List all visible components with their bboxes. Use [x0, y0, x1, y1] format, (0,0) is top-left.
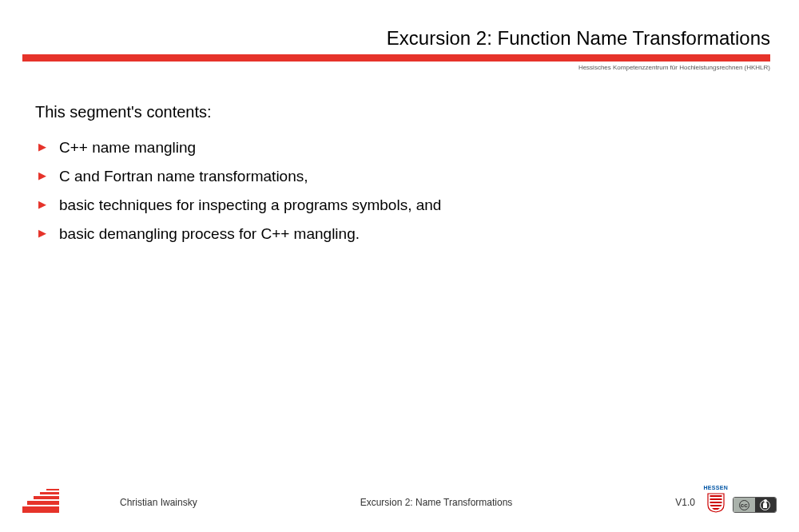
- title-divider-bar: [22, 54, 770, 62]
- svg-rect-1: [27, 501, 59, 505]
- footer-author: Christian Iwainsky: [120, 497, 197, 508]
- cc-logo-icon: cc: [733, 498, 755, 512]
- footer-logo-icon: [22, 486, 59, 513]
- svg-rect-5: [710, 495, 721, 497]
- svg-rect-0: [22, 506, 59, 513]
- bullet-item: C and Fortran name transformations,: [59, 168, 799, 185]
- hessen-shield-icon: [706, 492, 725, 513]
- footer-text-row: Christian Iwainsky Excursion 2: Name Tra…: [120, 497, 695, 508]
- svg-rect-4: [46, 489, 59, 490]
- bullet-item: C++ name mangling: [59, 139, 799, 157]
- cc-by-icon: [755, 498, 777, 512]
- bullet-list: C++ name mangling C and Fortran name tra…: [35, 139, 799, 243]
- svg-rect-7: [710, 502, 721, 503]
- bullet-item: basic techniques for inspecting a progra…: [59, 197, 799, 214]
- bullet-item: basic demangling process for C++ manglin…: [59, 225, 799, 243]
- slide-title: Excursion 2: Function Name Transformatio…: [0, 27, 799, 50]
- svg-rect-6: [710, 498, 721, 500]
- hessen-badge: HESSEN: [703, 485, 728, 513]
- slide-footer: Christian Iwainsky Excursion 2: Name Tra…: [0, 473, 799, 513]
- slide-header: Excursion 2: Function Name Transformatio…: [0, 0, 799, 71]
- svg-rect-3: [40, 492, 59, 494]
- footer-center: Excursion 2: Name Transformations: [360, 497, 513, 508]
- svg-rect-2: [34, 496, 59, 499]
- hessen-label: HESSEN: [703, 485, 728, 490]
- cc-license-badge-icon: cc: [733, 497, 777, 513]
- slide-subtitle: Hessisches Kompetenzzentrum für Hochleis…: [0, 64, 799, 71]
- footer-badges: HESSEN cc: [703, 485, 777, 513]
- intro-text: This segment's contents:: [35, 103, 799, 121]
- slide-content: This segment's contents: C++ name mangli…: [0, 71, 799, 243]
- footer-version: V1.0: [675, 497, 695, 508]
